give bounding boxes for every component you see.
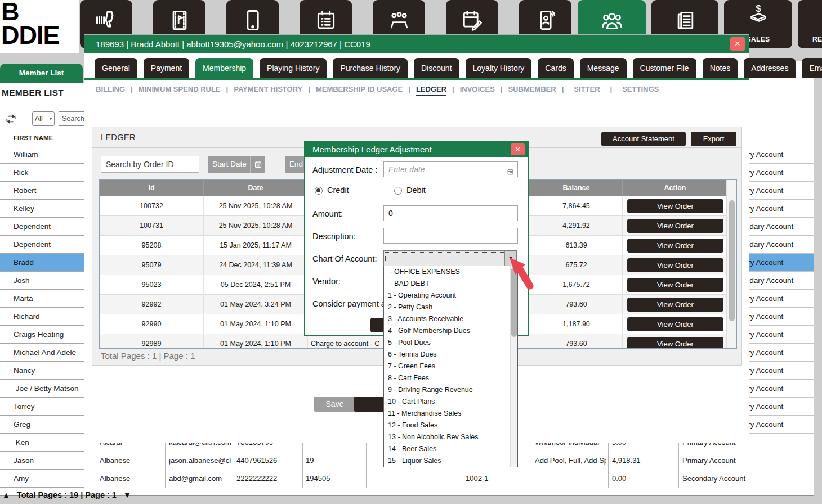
subtab-settings[interactable]: SETTINGS <box>622 85 659 93</box>
dropdown-option[interactable]: 3 - Accounts Receivable <box>384 313 517 325</box>
list-item[interactable]: Rick <box>0 164 84 182</box>
svg-text:$: $ <box>756 4 761 14</box>
chart-of-account-select[interactable]: ▾ <box>383 250 517 266</box>
app-logo: B DDIE <box>0 0 79 53</box>
view-order-button[interactable]: View Order <box>627 199 723 213</box>
view-order-button[interactable]: View Order <box>627 278 723 292</box>
subtab-billing[interactable]: BILLING <box>96 85 125 93</box>
tab-payment[interactable]: Payment <box>144 58 189 78</box>
page-up-icon[interactable]: ▲ <box>2 490 10 500</box>
start-date-input[interactable]: Start Date <box>208 156 265 173</box>
tab-notes[interactable]: Notes <box>703 58 738 78</box>
dropdown-option[interactable]: 14 - Beer Sales <box>384 443 517 455</box>
tab-purchase-history[interactable]: Purchase History <box>333 58 408 78</box>
tab-customer-file[interactable]: Customer File <box>633 58 696 78</box>
order-search-input[interactable]: Search by Order ID <box>101 156 199 173</box>
list-item[interactable]: Jason <box>0 452 84 470</box>
tab-membership[interactable]: Membership <box>195 58 253 78</box>
description-input[interactable] <box>383 228 518 244</box>
tab-message[interactable]: Message <box>580 58 627 78</box>
dropdown-option[interactable]: 1 - Operating Account <box>384 290 517 302</box>
chevron-down-icon[interactable]: ▾ <box>504 251 516 266</box>
amount-input[interactable]: 0 <box>383 205 518 221</box>
list-item[interactable]: Joe / Betty Matson <box>0 380 84 398</box>
tab-underline <box>84 78 749 80</box>
dropdown-option[interactable]: 2 - Petty Cash <box>384 302 517 313</box>
subtab-sitter[interactable]: SITTER <box>574 85 600 93</box>
list-item[interactable]: Ken <box>0 434 84 452</box>
save-button[interactable]: Save <box>314 397 356 412</box>
view-order-button[interactable]: View Order <box>627 317 723 331</box>
table-cell-account: Secondary Account <box>682 470 811 488</box>
amount-label: Amount: <box>312 209 343 218</box>
members-icon <box>599 8 625 34</box>
table-scrollbar[interactable] <box>726 180 736 348</box>
list-item[interactable]: Marta <box>0 290 84 308</box>
view-order-button[interactable]: View Order <box>627 298 723 312</box>
list-item[interactable]: Craigs Heating <box>0 326 84 344</box>
close-icon[interactable]: ✕ <box>730 37 745 51</box>
tab-loyalty-history[interactable]: Loyalty History <box>466 58 532 78</box>
tab-addresses[interactable]: Addresses <box>744 58 796 78</box>
view-order-button[interactable]: View Order <box>627 337 723 349</box>
subtab-payment-history[interactable]: PAYMENT HISTORY <box>234 85 302 93</box>
credit-radio[interactable] <box>315 187 323 195</box>
tab-cards[interactable]: Cards <box>538 58 573 78</box>
account-statement-button[interactable]: Account Statement <box>601 132 686 146</box>
list-item[interactable]: Robert <box>0 182 84 200</box>
dropdown-option[interactable]: 8 - Cart Fees <box>384 372 517 384</box>
member-filter-select[interactable]: All ▾ <box>32 111 55 126</box>
member-modal-tabs: General Payment Membership Playing Histo… <box>95 58 822 78</box>
adjustment-date-label: Adjustment Date : <box>312 165 377 174</box>
debit-radio[interactable] <box>394 187 402 195</box>
list-item[interactable]: Kelley <box>0 200 84 218</box>
dropdown-option[interactable]: 9 - Driving Range Revenue <box>384 384 517 396</box>
tab-emails[interactable]: Emails <box>802 58 822 78</box>
list-item[interactable]: Nancy <box>0 362 84 380</box>
dropdown-option[interactable]: 12 - Food Sales <box>384 420 517 431</box>
view-order-button[interactable]: View Order <box>627 219 723 233</box>
subtab-membership-id-usage[interactable]: MEMBERSHIP ID USAGE <box>316 85 403 93</box>
list-item[interactable]: Richard <box>0 308 84 326</box>
dropdown-option[interactable]: 5 - Pool Dues <box>384 337 517 349</box>
subtab-minimum-spend-rule[interactable]: MINIMUM SPEND RULE <box>139 85 221 93</box>
list-item-selected[interactable]: Bradd <box>0 254 84 272</box>
view-order-button[interactable]: View Order <box>627 238 723 253</box>
nav-tile-reports[interactable]: RE <box>798 0 822 48</box>
list-item[interactable]: Greg <box>0 416 84 434</box>
export-button[interactable]: Export <box>691 132 736 146</box>
list-item[interactable]: William <box>0 146 84 164</box>
list-item[interactable]: Amy <box>0 470 84 488</box>
dropdown-option[interactable]: 11 - Merchandise Sales <box>384 408 517 420</box>
tab-playing-history[interactable]: Playing History <box>260 58 327 78</box>
tab-general[interactable]: General <box>95 58 137 78</box>
member-list-tab[interactable]: Member List <box>0 64 83 83</box>
dropdown-option[interactable]: 15 - Liquor Sales <box>384 455 517 467</box>
divider <box>25 111 25 126</box>
list-item[interactable]: Dependent <box>0 218 84 236</box>
list-item[interactable]: Josh <box>0 272 84 290</box>
dropdown-option[interactable]: - OFFICE EXPENSES <box>384 266 517 278</box>
refresh-icon[interactable] <box>5 112 17 128</box>
view-order-button[interactable]: View Order <box>627 258 723 272</box>
list-item[interactable]: Michael And Adele <box>0 344 84 362</box>
vendor-label: Vendor: <box>312 277 341 286</box>
tab-discount[interactable]: Discount <box>414 58 459 78</box>
subtab-ledger[interactable]: LEDGER <box>416 85 446 96</box>
credit-label: Credit <box>327 186 349 195</box>
table-cell-balance: 0.00 <box>612 470 675 488</box>
dropdown-option[interactable]: 6 - Tennis Dues <box>384 349 517 361</box>
dropdown-option[interactable]: 7 - Green Fees <box>384 361 517 372</box>
page-down-icon[interactable]: ▼ <box>123 490 131 500</box>
dropdown-option[interactable]: 10 - Cart Plans <box>384 396 517 408</box>
close-icon[interactable]: ✕ <box>511 143 525 155</box>
list-item[interactable]: Dependent <box>0 236 84 254</box>
subtab-invoices[interactable]: INVOICES <box>460 85 495 93</box>
dropdown-option[interactable]: 13 - Non Alcoholic Bev Sales <box>384 431 517 443</box>
adjustment-date-input[interactable]: Enter date <box>383 161 518 177</box>
list-item[interactable]: Torrey <box>0 398 84 416</box>
dropdown-scrollbar[interactable] <box>510 266 517 467</box>
dropdown-option[interactable]: 4 - Golf Membership Dues <box>384 325 517 337</box>
subtab-submember[interactable]: SUBMEMBER <box>508 85 556 93</box>
dropdown-option[interactable]: - BAD DEBT <box>384 278 517 290</box>
